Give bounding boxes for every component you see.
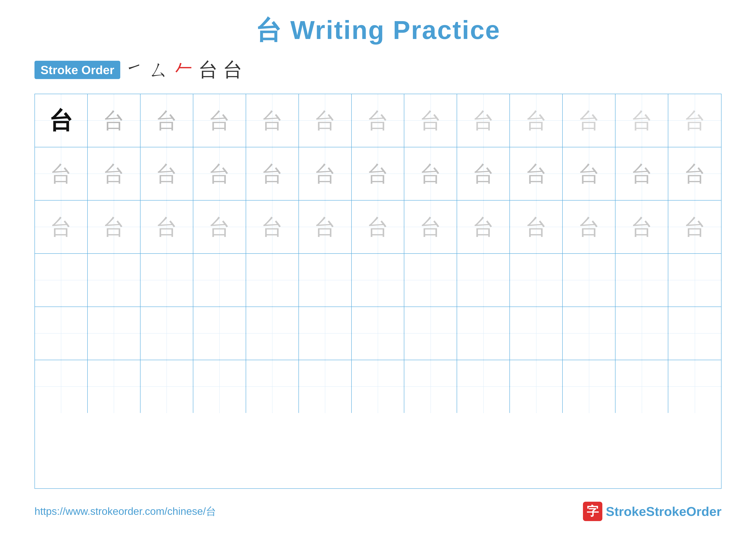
stroke-5: 台	[223, 57, 242, 83]
grid-cell[interactable]	[299, 254, 352, 307]
page-title: 台 Writing Practice	[256, 13, 500, 48]
title-chinese: 台	[256, 15, 282, 44]
grid-cell[interactable]: 台	[563, 201, 615, 253]
grid-cell[interactable]: 台	[457, 201, 510, 253]
grid-cell[interactable]: 台	[246, 147, 299, 200]
grid-cell[interactable]	[141, 254, 193, 307]
grid-cell[interactable]: 台	[510, 147, 563, 200]
stroke-4: 台	[199, 57, 218, 83]
grid-cell[interactable]: 台	[563, 94, 615, 147]
logo-icon: 字	[583, 502, 602, 521]
grid-cell[interactable]: 台	[141, 94, 193, 147]
grid-cell[interactable]	[615, 254, 668, 307]
grid-cell[interactable]	[457, 360, 510, 413]
grid-cell[interactable]	[193, 360, 246, 413]
page: 台 Writing Practice Stroke Order ㇀ ㄙ 𠂉 台 …	[0, 0, 756, 534]
grid-cell[interactable]: 台	[88, 94, 141, 147]
grid-cell[interactable]	[457, 254, 510, 307]
grid-cell[interactable]	[615, 360, 668, 413]
grid-cell[interactable]	[88, 254, 141, 307]
grid-cell[interactable]: 台	[404, 94, 457, 147]
grid-cell[interactable]: 台	[404, 201, 457, 253]
footer-url[interactable]: https://www.strokeorder.com/chinese/台	[35, 504, 216, 518]
grid-cell[interactable]: 台	[615, 147, 668, 200]
grid-cell[interactable]	[668, 360, 721, 413]
grid-cell[interactable]: 台	[615, 94, 668, 147]
grid-cell[interactable]	[563, 307, 615, 360]
grid-cell[interactable]	[352, 254, 405, 307]
grid-row-5	[35, 307, 721, 360]
grid-cell[interactable]: 台	[352, 201, 405, 253]
grid-cell[interactable]: 台	[668, 201, 721, 253]
grid-cell[interactable]	[404, 307, 457, 360]
grid-cell[interactable]: 台	[668, 147, 721, 200]
grid-cell[interactable]	[404, 254, 457, 307]
grid-cell[interactable]: 台	[246, 201, 299, 253]
grid-cell[interactable]: 台	[193, 94, 246, 147]
grid-cell[interactable]	[457, 307, 510, 360]
grid-cell[interactable]: 台	[35, 201, 88, 253]
grid-cell[interactable]	[510, 360, 563, 413]
grid-cell[interactable]: 台	[563, 147, 615, 200]
practice-grid: 台 台 台 台 台 台 台 台 台 台 台 台 台 台 台 台 台 台 台 台 …	[35, 94, 721, 489]
grid-cell[interactable]	[35, 254, 88, 307]
grid-cell[interactable]	[299, 307, 352, 360]
grid-row-4	[35, 254, 721, 307]
grid-cell[interactable]: 台	[88, 147, 141, 200]
grid-cell[interactable]	[563, 360, 615, 413]
grid-cell[interactable]	[141, 360, 193, 413]
grid-cell[interactable]	[35, 360, 88, 413]
stroke-order-badge: Stroke Order	[35, 61, 120, 79]
stroke-1: ㇀	[124, 57, 144, 83]
grid-cell[interactable]	[510, 307, 563, 360]
grid-cell[interactable]	[510, 254, 563, 307]
grid-cell[interactable]: 台	[352, 147, 405, 200]
grid-row-1: 台 台 台 台 台 台 台 台 台 台 台 台 台	[35, 94, 721, 147]
grid-cell[interactable]: 台	[299, 147, 352, 200]
grid-cell[interactable]	[193, 254, 246, 307]
grid-cell[interactable]: 台	[246, 94, 299, 147]
stroke-3: 𠂉	[174, 59, 193, 81]
grid-cell[interactable]: 台	[299, 201, 352, 253]
grid-cell[interactable]: 台	[35, 94, 88, 147]
grid-cell[interactable]: 台	[510, 94, 563, 147]
grid-cell[interactable]: 台	[668, 94, 721, 147]
grid-cell[interactable]: 台	[141, 147, 193, 200]
grid-row-3: 台 台 台 台 台 台 台 台 台 台 台 台 台	[35, 201, 721, 254]
grid-cell[interactable]: 台	[457, 94, 510, 147]
grid-cell[interactable]: 台	[141, 201, 193, 253]
grid-cell[interactable]	[141, 307, 193, 360]
grid-cell[interactable]	[563, 254, 615, 307]
grid-cell[interactable]: 台	[299, 94, 352, 147]
grid-cell[interactable]	[246, 254, 299, 307]
stroke-order-row: Stroke Order ㇀ ㄙ 𠂉 台 台	[35, 57, 242, 83]
grid-cell[interactable]	[404, 360, 457, 413]
grid-cell[interactable]	[193, 307, 246, 360]
grid-cell[interactable]: 台	[615, 201, 668, 253]
grid-cell[interactable]: 台	[352, 94, 405, 147]
grid-cell[interactable]: 台	[510, 201, 563, 253]
footer-logo: 字 StrokeStrokeOrder	[583, 502, 721, 521]
title-english: Writing Practice	[290, 15, 500, 44]
grid-cell[interactable]	[88, 307, 141, 360]
grid-cell[interactable]: 台	[35, 147, 88, 200]
grid-cell[interactable]	[88, 360, 141, 413]
footer: https://www.strokeorder.com/chinese/台 字 …	[17, 495, 739, 521]
grid-cell[interactable]	[299, 360, 352, 413]
grid-row-6	[35, 360, 721, 413]
grid-cell[interactable]	[35, 307, 88, 360]
grid-cell[interactable]: 台	[457, 147, 510, 200]
grid-cell[interactable]	[246, 360, 299, 413]
grid-cell[interactable]	[615, 307, 668, 360]
grid-cell[interactable]: 台	[404, 147, 457, 200]
stroke-sequence: ㇀ ㄙ 𠂉 台 台	[124, 57, 242, 83]
logo-text: StrokeStrokeOrder	[606, 504, 721, 519]
grid-cell[interactable]	[352, 360, 405, 413]
grid-cell[interactable]	[246, 307, 299, 360]
grid-cell[interactable]	[352, 307, 405, 360]
grid-cell[interactable]	[668, 254, 721, 307]
grid-cell[interactable]: 台	[88, 201, 141, 253]
grid-cell[interactable]: 台	[193, 147, 246, 200]
grid-cell[interactable]: 台	[193, 201, 246, 253]
grid-cell[interactable]	[668, 307, 721, 360]
